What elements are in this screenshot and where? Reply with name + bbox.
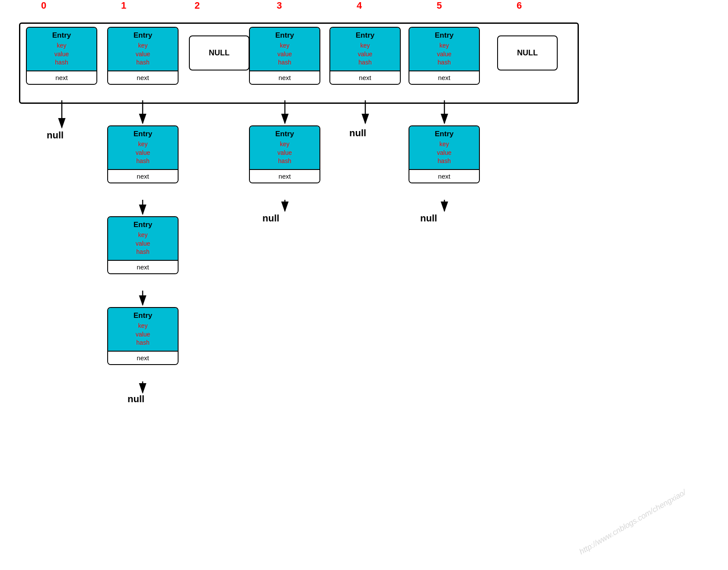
entry-key-3: key bbox=[252, 42, 318, 50]
chain-1-title-2: Entry bbox=[110, 221, 176, 229]
entry-title-5: Entry bbox=[411, 31, 477, 40]
chain-1-title-1: Entry bbox=[110, 130, 176, 138]
entry-top-5: Entry key value hash bbox=[409, 28, 479, 70]
chain-1-next-3: next bbox=[108, 351, 178, 364]
chain-1-entry-1: Entry key value hash next bbox=[107, 125, 179, 183]
entry-title-0: Entry bbox=[29, 31, 95, 40]
chain-1-value-2: value bbox=[110, 240, 176, 248]
entry-key-4: key bbox=[332, 42, 398, 50]
entry-next-5: next bbox=[409, 70, 479, 84]
entry-hash-1: hash bbox=[110, 58, 176, 67]
index-1: 1 bbox=[121, 0, 126, 11]
chain-5-hash-1: hash bbox=[411, 157, 477, 166]
chain-5-entry-1: Entry key value hash next bbox=[409, 125, 480, 183]
null-chain-5: null bbox=[420, 213, 437, 224]
entry-title-3: Entry bbox=[252, 31, 318, 40]
chain-1-entry-3: Entry key value hash next bbox=[107, 307, 179, 365]
index-4: 4 bbox=[357, 0, 362, 11]
array-entry-5: Entry key value hash next bbox=[409, 27, 480, 85]
null-chain-1: null bbox=[128, 394, 144, 405]
index-5: 5 bbox=[437, 0, 442, 11]
index-6: 6 bbox=[517, 0, 522, 11]
chain-1-hash-2: hash bbox=[110, 248, 176, 256]
chain-1-next-1: next bbox=[108, 169, 178, 183]
chain-1-title-3: Entry bbox=[110, 311, 176, 320]
index-3: 3 bbox=[277, 0, 282, 11]
chain-1-entry-2: Entry key value hash next bbox=[107, 216, 179, 274]
chain-1-hash-1: hash bbox=[110, 157, 176, 166]
entry-next-1: next bbox=[108, 70, 178, 84]
entry-top-1: Entry key value hash bbox=[108, 28, 178, 70]
chain-3-key-1: key bbox=[252, 140, 318, 149]
index-2: 2 bbox=[195, 0, 200, 11]
chain-3-next-1: next bbox=[250, 169, 319, 183]
chain-1-top-3: Entry key value hash bbox=[108, 308, 178, 351]
array-null-6: NULL bbox=[497, 35, 558, 70]
entry-key-5: key bbox=[411, 42, 477, 50]
chain-1-key-2: key bbox=[110, 231, 176, 240]
entry-hash-5: hash bbox=[411, 58, 477, 67]
entry-value-1: value bbox=[110, 50, 176, 59]
chain-1-hash-3: hash bbox=[110, 339, 176, 347]
entry-value-5: value bbox=[411, 50, 477, 59]
null-0: null bbox=[47, 130, 64, 141]
chain-1-next-2: next bbox=[108, 260, 178, 273]
array-entry-3: Entry key value hash next bbox=[249, 27, 320, 85]
entry-value-0: value bbox=[29, 50, 95, 59]
chain-5-title-1: Entry bbox=[411, 130, 477, 138]
entry-next-3: next bbox=[250, 70, 319, 84]
chain-1-key-3: key bbox=[110, 322, 176, 330]
chain-5-key-1: key bbox=[411, 140, 477, 149]
watermark: http://www.cnblogs.com/chengxiao/ bbox=[578, 488, 687, 557]
entry-key-1: key bbox=[110, 42, 176, 50]
entry-hash-4: hash bbox=[332, 58, 398, 67]
chain-3-title-1: Entry bbox=[252, 130, 318, 138]
chain-1-value-3: value bbox=[110, 330, 176, 339]
chain-1-key-1: key bbox=[110, 140, 176, 149]
entry-next-4: next bbox=[330, 70, 400, 84]
chain-5-next-1: next bbox=[409, 169, 479, 183]
entry-next-0: next bbox=[27, 70, 96, 84]
entry-title-4: Entry bbox=[332, 31, 398, 40]
chain-3-entry-1: Entry key value hash next bbox=[249, 125, 320, 183]
chain-3-top-1: Entry key value hash bbox=[250, 126, 319, 169]
null-chain-3: null bbox=[262, 213, 279, 224]
null-4: null bbox=[349, 128, 366, 139]
entry-key-0: key bbox=[29, 42, 95, 50]
entry-value-4: value bbox=[332, 50, 398, 59]
chain-5-value-1: value bbox=[411, 149, 477, 157]
chain-1-top-1: Entry key value hash bbox=[108, 126, 178, 169]
index-0: 0 bbox=[41, 0, 46, 11]
entry-top-4: Entry key value hash bbox=[330, 28, 400, 70]
array-null-2: NULL bbox=[189, 35, 249, 70]
entry-hash-0: hash bbox=[29, 58, 95, 67]
chain-3-hash-1: hash bbox=[252, 157, 318, 166]
entry-title-1: Entry bbox=[110, 31, 176, 40]
array-entry-0: Entry key value hash next bbox=[26, 27, 97, 85]
entry-top-0: Entry key value hash bbox=[27, 28, 96, 70]
entry-top-3: Entry key value hash bbox=[250, 28, 319, 70]
array-entry-1: Entry key value hash next bbox=[107, 27, 179, 85]
chain-1-value-1: value bbox=[110, 149, 176, 157]
array-entry-4: Entry key value hash next bbox=[329, 27, 401, 85]
entry-hash-3: hash bbox=[252, 58, 318, 67]
chain-5-top-1: Entry key value hash bbox=[409, 126, 479, 169]
chain-3-value-1: value bbox=[252, 149, 318, 157]
entry-value-3: value bbox=[252, 50, 318, 59]
chain-1-top-2: Entry key value hash bbox=[108, 217, 178, 260]
